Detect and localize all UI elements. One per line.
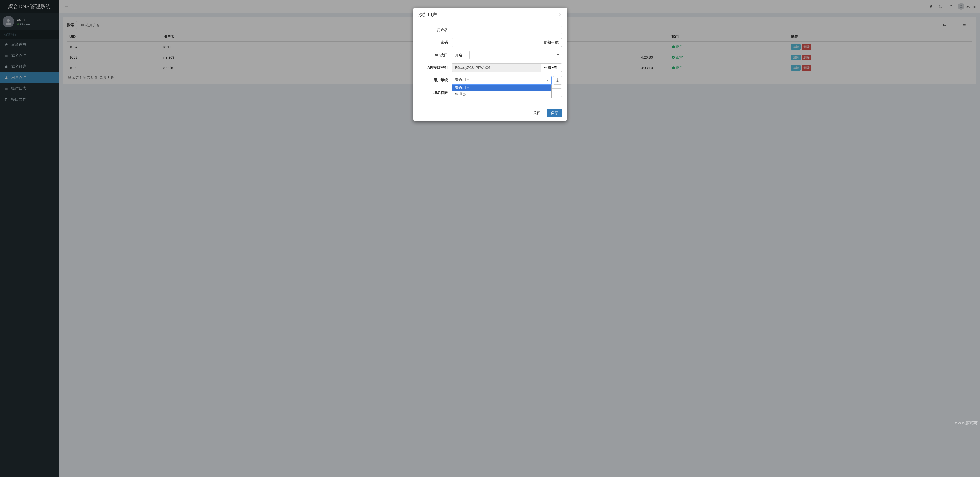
modal-backdrop[interactable]: 添加用户 × 用户名 密码 随机生成 API接口 开启: [0, 0, 980, 477]
add-user-modal: 添加用户 × 用户名 密码 随机生成 API接口 开启: [413, 8, 567, 121]
label-perm: 域名权限: [418, 91, 452, 95]
generate-password-button[interactable]: 随机生成: [541, 38, 562, 47]
password-input[interactable]: [452, 38, 541, 47]
user-level-dropdown: 普通用户 管理员: [452, 84, 552, 98]
modal-cancel-button[interactable]: 关闭: [530, 109, 544, 117]
label-apikey: API接口密钥: [418, 65, 452, 70]
label-level: 用户等级: [418, 78, 452, 83]
user-level-option-admin[interactable]: 管理员: [452, 91, 551, 98]
user-level-selected[interactable]: 普通用户: [452, 76, 552, 84]
user-level-select[interactable]: 普通用户 普通用户 管理员: [452, 76, 552, 84]
apikey-input[interactable]: [452, 63, 541, 72]
label-username: 用户名: [418, 28, 452, 32]
label-password: 密码: [418, 40, 452, 45]
api-select[interactable]: 开启: [452, 51, 469, 59]
generate-apikey-button[interactable]: 生成密钥: [541, 63, 562, 72]
modal-close-button[interactable]: ×: [558, 12, 562, 17]
user-level-option-regular[interactable]: 普通用户: [452, 84, 551, 91]
modal-title: 添加用户: [418, 11, 558, 17]
username-input[interactable]: [452, 25, 562, 34]
info-icon: [556, 78, 559, 82]
user-level-help-button[interactable]: [553, 76, 562, 84]
modal-save-button[interactable]: 保存: [547, 109, 562, 117]
label-api: API接口: [418, 53, 452, 57]
